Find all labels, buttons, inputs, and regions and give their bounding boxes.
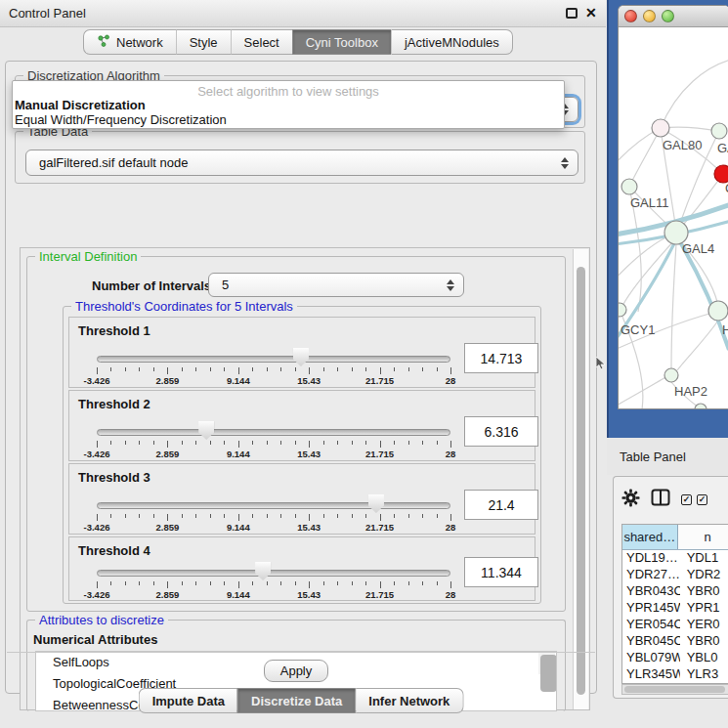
- slider-track[interactable]: [97, 502, 450, 509]
- checkbox-checked-icon[interactable]: ✓: [681, 494, 692, 505]
- scrollbar-thumb[interactable]: [577, 267, 585, 695]
- table-row[interactable]: YBL079WYBL0: [622, 650, 728, 666]
- network-node[interactable]: [664, 368, 678, 382]
- node-table[interactable]: shared… n YDL19…YDL1YDR27…YDR2YBR043CYBR…: [621, 524, 728, 684]
- tick-label: 21.715: [365, 375, 394, 386]
- slider-track[interactable]: [97, 429, 450, 436]
- network-node[interactable]: [621, 179, 637, 194]
- cell-shared-name[interactable]: YDL19…: [622, 550, 681, 567]
- network-node[interactable]: [711, 123, 727, 139]
- network-node-label: H: [722, 322, 728, 337]
- cell-shared-name[interactable]: YPR145W: [622, 600, 681, 617]
- tab-impute-data[interactable]: Impute Data: [139, 688, 237, 713]
- cell-name[interactable]: YLR3: [681, 666, 728, 683]
- spinner-icon: [561, 157, 569, 169]
- cell-name[interactable]: YBR0: [681, 583, 728, 600]
- split-columns-icon[interactable]: [651, 489, 670, 510]
- network-node-label: GAL11: [630, 195, 669, 210]
- algorithm-option-equal-width[interactable]: Equal Width/Frequency Discretization: [13, 112, 564, 127]
- cell-name[interactable]: YDR2: [681, 567, 728, 583]
- table-row[interactable]: YDL19…YDL1: [622, 550, 728, 567]
- network-node[interactable]: [652, 119, 669, 137]
- minimize-traffic-light-icon[interactable]: [643, 10, 656, 22]
- tick-label: 21.715: [365, 589, 394, 600]
- cell-shared-name[interactable]: YBL079W: [622, 650, 681, 666]
- table-panel-titlebar: Table Panel: [607, 438, 728, 475]
- network-view-window: GAL80GACGAL11GAL4GCY1HHAP2: [618, 5, 728, 409]
- table-row[interactable]: YPR145WYPR1: [622, 600, 728, 617]
- slider-thumb[interactable]: [293, 348, 309, 366]
- tab-jactivemnodules[interactable]: jActiveMNodules: [391, 29, 513, 55]
- close-icon[interactable]: ✕: [585, 5, 597, 21]
- slider-thumb[interactable]: [255, 562, 271, 580]
- cyni-toolbox-panel: Discretization Algorithm Table Data galF…: [5, 61, 597, 694]
- tab-select[interactable]: Select: [231, 29, 292, 55]
- cell-name[interactable]: YDL1: [681, 550, 728, 567]
- tab-label: Cyni Toolbox: [306, 35, 378, 50]
- cell-name[interactable]: YBR0: [681, 633, 728, 650]
- vertical-scrollbar[interactable]: [573, 249, 588, 709]
- tick-label: 9.144: [227, 375, 250, 386]
- tab-label: Infer Network: [368, 694, 450, 708]
- cell-name[interactable]: YPR1: [681, 600, 728, 617]
- apply-button[interactable]: Apply: [264, 660, 328, 682]
- tick-label: 21.715: [365, 522, 394, 533]
- slider-thumb[interactable]: [198, 421, 214, 440]
- cell-shared-name[interactable]: YLR345W: [622, 666, 681, 683]
- cell-shared-name[interactable]: YBR045C: [622, 633, 681, 650]
- network-node-label: HAP2: [674, 384, 707, 399]
- network-node[interactable]: [708, 301, 728, 321]
- threshold-value-field[interactable]: 14.713: [464, 343, 538, 373]
- threshold-value-field[interactable]: 6.316: [464, 416, 538, 447]
- algorithm-dropdown-popup: Select algorithm to view settings Manual…: [12, 80, 565, 129]
- number-of-intervals-select[interactable]: 5: [208, 273, 464, 297]
- table-row[interactable]: YDR27…YDR2: [622, 567, 728, 583]
- slider-tick-labels: -3.4262.8599.14415.4321.71528: [97, 449, 450, 459]
- threshold-value-field[interactable]: 11.344: [464, 557, 538, 587]
- table-panel-toolbar: ✓ ✓: [621, 485, 728, 514]
- horizontal-scrollbar[interactable]: [621, 684, 728, 695]
- cell-shared-name[interactable]: YDR27…: [622, 567, 681, 583]
- table-row[interactable]: YLR345WYLR3: [622, 666, 728, 683]
- column-header-shared-name[interactable]: shared…: [622, 525, 678, 549]
- tick-label: -3.426: [84, 375, 110, 386]
- tick-label: -3.426: [84, 449, 110, 459]
- network-canvas[interactable]: GAL80GACGAL11GAL4GCY1HHAP2: [619, 27, 728, 409]
- threshold-value-field[interactable]: 21.4: [464, 490, 538, 520]
- cell-shared-name[interactable]: YBR043C: [622, 583, 681, 600]
- network-window-titlebar[interactable]: [619, 6, 728, 27]
- top-tab-strip: Network Style Select Cyni Toolbox jActiv…: [83, 29, 513, 55]
- cell-name[interactable]: YER0: [681, 617, 728, 633]
- tab-infer-network[interactable]: Infer Network: [355, 688, 463, 713]
- slider-track[interactable]: [97, 356, 450, 363]
- table-row[interactable]: YBR043CYBR0: [622, 583, 728, 600]
- cell-name[interactable]: YBL0: [681, 650, 728, 666]
- table-row[interactable]: YER054CYER0: [622, 617, 728, 633]
- cell-shared-name[interactable]: YER054C: [622, 617, 681, 633]
- scrollbar-thumb[interactable]: [624, 686, 725, 693]
- tab-style[interactable]: Style: [176, 29, 231, 55]
- close-traffic-light-icon[interactable]: [624, 10, 637, 22]
- tick-label: 15.43: [297, 522, 321, 533]
- tab-discretize-data[interactable]: Discretize Data: [237, 688, 355, 713]
- tick-label: -3.426: [84, 589, 110, 600]
- tick-label: -3.426: [84, 522, 110, 533]
- tab-cyni-toolbox[interactable]: Cyni Toolbox: [292, 29, 391, 55]
- tab-label: Style: [190, 35, 218, 50]
- table-row[interactable]: YBR045CYBR0: [622, 633, 728, 650]
- gear-icon[interactable]: [621, 489, 640, 511]
- algorithm-option-manual[interactable]: Manual Discretization: [13, 98, 564, 112]
- slider-track[interactable]: [97, 570, 450, 577]
- checkbox-checked-icon[interactable]: ✓: [697, 494, 707, 505]
- table-header-row: shared… n: [622, 525, 728, 550]
- zoom-traffic-light-icon[interactable]: [662, 10, 674, 22]
- tick-label: 2.859: [156, 522, 180, 533]
- network-node[interactable]: [619, 303, 626, 317]
- float-window-icon[interactable]: [566, 8, 578, 19]
- tick-label: 2.859: [156, 589, 180, 600]
- table-data-select[interactable]: galFiltered.sif default node: [25, 150, 578, 176]
- network-node[interactable]: [695, 404, 707, 409]
- tab-network[interactable]: Network: [83, 29, 176, 55]
- column-header-name[interactable]: n: [678, 525, 728, 549]
- slider-thumb[interactable]: [368, 494, 384, 513]
